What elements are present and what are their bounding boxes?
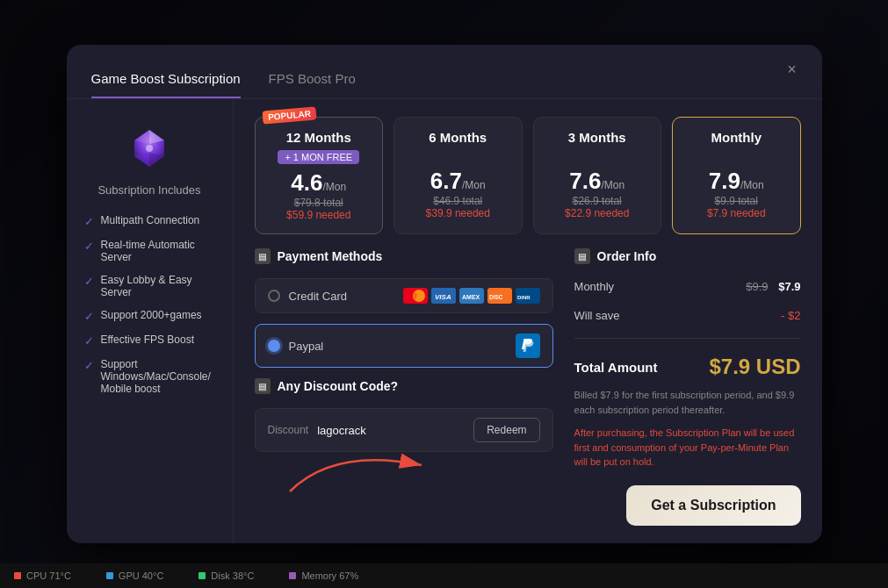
paypal-radio[interactable] <box>268 340 280 352</box>
disk-status: Disk 38°C <box>199 570 254 581</box>
card-price-monthly: 7.9/Mon <box>683 168 790 195</box>
discount-section-title: ▤ Any Discount Code? <box>255 378 553 394</box>
feature-realtime: ✓ Real-time Automatic Server <box>84 239 215 263</box>
tab-fps-boost[interactable]: FPS Boost Pro <box>269 61 356 98</box>
sidebar-title: Subsription Includes <box>97 183 200 197</box>
memory-icon <box>289 572 296 579</box>
card-price-6: 6.7/Mon <box>405 168 511 195</box>
subscription-icon <box>121 120 177 176</box>
card-original-12: $79.8 total <box>266 197 372 209</box>
tab-game-boost[interactable]: Game Boost Subscription <box>91 61 241 98</box>
paypal-option[interactable]: Paypal <box>255 324 553 368</box>
check-icon-1: ✓ <box>84 240 94 253</box>
pricing-card-monthly[interactable]: Monthly 7.9/Mon $9.9 total $7.9 needed <box>672 117 801 234</box>
check-icon-0: ✓ <box>84 215 94 228</box>
check-icon-4: ✓ <box>84 334 94 348</box>
card-period-3: 3 Months <box>545 130 651 145</box>
modal-body: Subsription Includes ✓ Multipath Connect… <box>67 99 822 543</box>
svg-text:AMEX: AMEX <box>462 294 480 300</box>
warning-note: After purchasing, the Subscription Plan … <box>574 426 801 470</box>
pricing-card-12months[interactable]: POPULAR 12 Months + 1 MON FREE 4.6/Mon $… <box>255 117 384 234</box>
visa-icon: VISA <box>431 288 456 304</box>
card-icons: VISA AMEX DISC DINR <box>403 288 540 304</box>
feature-games: ✓ Support 2000+games <box>84 309 215 323</box>
left-panel: ▤ Payment Methods Credit Card <box>255 248 553 526</box>
order-row-monthly: Monthly $9.9 $7.9 <box>574 276 801 297</box>
order-section-title: ▤ Order Info <box>574 248 801 264</box>
svg-text:VISA: VISA <box>435 293 451 301</box>
paypal-icon <box>516 333 540 358</box>
feature-lobby: ✓ Easy Lobby & Easy Server <box>84 274 215 298</box>
svg-text:DINR: DINR <box>517 295 531 300</box>
card-needed-3: $22.9 needed <box>545 207 651 219</box>
pricing-row: POPULAR 12 Months + 1 MON FREE 4.6/Mon $… <box>255 117 801 234</box>
card-needed-monthly: $7.9 needed <box>683 207 790 219</box>
card-price-12: 4.6/Mon <box>266 169 372 197</box>
card-needed-12: $59.9 needed <box>266 209 372 221</box>
svg-point-5 <box>146 145 153 152</box>
payment-icon: ▤ <box>255 248 271 264</box>
pricing-card-3months[interactable]: 3 Months 7.6/Mon $26.9 total $22.9 neede… <box>533 117 662 234</box>
amex-icon: AMEX <box>459 288 484 304</box>
card-needed-6: $39.9 needed <box>405 207 511 219</box>
card-original-6: $46.9 total <box>405 195 511 207</box>
card-period-12: 12 Months <box>266 130 372 145</box>
mastercard-icon <box>403 288 428 304</box>
gpu-status: GPU 40°C <box>106 570 163 581</box>
main-content: POPULAR 12 Months + 1 MON FREE 4.6/Mon $… <box>234 99 822 543</box>
credit-card-label: Credit Card <box>289 290 347 303</box>
credit-card-radio[interactable] <box>268 290 280 302</box>
total-row: Total Amount $7.9 USD <box>574 355 801 379</box>
svg-text:DISC: DISC <box>489 294 503 300</box>
diners-icon: DINR <box>516 288 540 304</box>
order-price-monthly: $9.9 $7.9 <box>746 280 800 293</box>
check-icon-2: ✓ <box>84 275 94 288</box>
subscribe-button[interactable]: Get a Subscription <box>626 485 800 526</box>
check-icon-5: ✓ <box>84 359 94 372</box>
cpu-status: CPU 71°C <box>14 570 71 581</box>
credit-card-option[interactable]: Credit Card VISA AMEX <box>255 278 553 313</box>
discount-label: Discount <box>268 424 309 436</box>
billing-note: Billed $7.9 for the first subscription p… <box>574 388 801 417</box>
discount-row: Discount Redeem <box>255 408 553 452</box>
feature-list: ✓ Multipath Connection ✓ Real-time Autom… <box>84 214 215 395</box>
order-divider <box>574 338 801 339</box>
order-icon: ▤ <box>574 248 590 264</box>
card-price-3: 7.6/Mon <box>545 168 651 195</box>
order-row-save: Will save - $2 <box>574 305 801 326</box>
status-bar: CPU 71°C GPU 40°C Disk 38°C Memory 67% <box>0 563 888 588</box>
card-period-6: 6 Months <box>405 130 511 145</box>
cpu-icon <box>14 572 21 579</box>
discount-input[interactable] <box>317 424 465 437</box>
card-original-3: $26.9 total <box>545 195 651 207</box>
feature-multipath: ✓ Multipath Connection <box>84 214 215 228</box>
modal-header: Game Boost Subscription FPS Boost Pro × <box>67 45 822 99</box>
redeem-button[interactable]: Redeem <box>473 418 539 442</box>
disk-icon <box>199 572 206 579</box>
feature-platform: ✓ Support Windows/Mac/Console/ Mobile bo… <box>84 358 215 395</box>
pricing-card-6months[interactable]: 6 Months 6.7/Mon $46.9 total $39.9 neede… <box>393 117 523 234</box>
memory-status: Memory 67% <box>289 570 358 581</box>
feature-fps: ✓ Effective FPS Boost <box>84 333 215 348</box>
gpu-icon <box>106 572 113 579</box>
subscription-modal: Game Boost Subscription FPS Boost Pro × <box>67 45 822 543</box>
card-original-monthly: $9.9 total <box>683 195 790 207</box>
discover-icon: DISC <box>487 288 512 304</box>
close-button[interactable]: × <box>780 57 805 82</box>
sidebar: Subsription Includes ✓ Multipath Connect… <box>67 99 234 543</box>
check-icon-3: ✓ <box>84 310 94 323</box>
card-period-monthly: Monthly <box>683 130 790 145</box>
lower-section: ▤ Payment Methods Credit Card <box>255 248 801 526</box>
discount-icon: ▤ <box>255 378 271 394</box>
right-panel: ▤ Order Info Monthly $9.9 $7.9 Will save <box>574 248 801 526</box>
payment-section-title: ▤ Payment Methods <box>255 248 553 264</box>
free-badge-12: + 1 MON FREE <box>278 150 359 164</box>
popular-badge: POPULAR <box>262 107 316 125</box>
paypal-label: Paypal <box>289 340 324 353</box>
